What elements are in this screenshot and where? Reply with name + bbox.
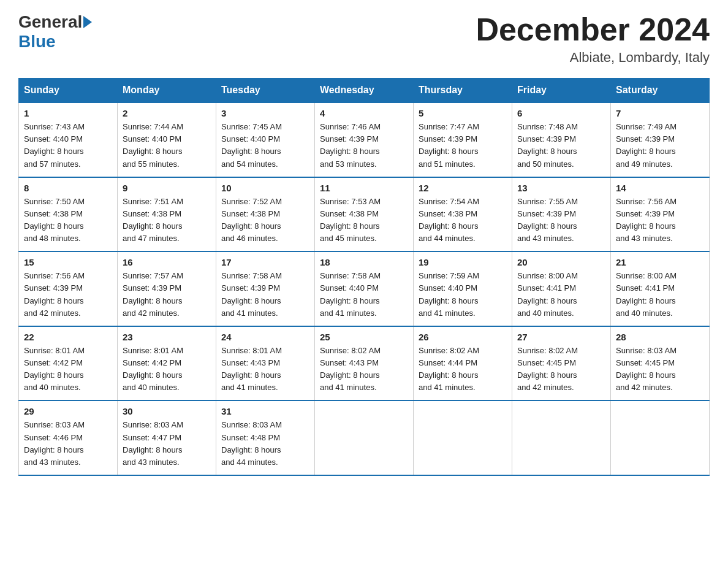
logo-arrow-icon <box>83 16 92 28</box>
weekday-header-wednesday: Wednesday <box>315 79 414 103</box>
calendar-cell: 14Sunrise: 7:56 AMSunset: 4:39 PMDayligh… <box>611 177 710 252</box>
calendar-cell: 10Sunrise: 7:52 AMSunset: 4:38 PMDayligh… <box>216 177 315 252</box>
day-number: 29 <box>24 406 112 416</box>
calendar-cell <box>315 400 414 475</box>
day-info: Sunrise: 8:03 AMSunset: 4:45 PMDaylight:… <box>616 345 704 394</box>
day-number: 21 <box>616 257 704 267</box>
weekday-header-sunday: Sunday <box>19 79 118 103</box>
day-number: 22 <box>24 332 112 342</box>
calendar-cell: 13Sunrise: 7:55 AMSunset: 4:39 PMDayligh… <box>512 177 611 252</box>
day-info: Sunrise: 7:56 AMSunset: 4:39 PMDaylight:… <box>24 270 112 320</box>
day-number: 27 <box>517 332 605 342</box>
day-number: 26 <box>419 332 507 342</box>
day-info: Sunrise: 7:56 AMSunset: 4:39 PMDaylight:… <box>616 196 704 245</box>
day-info: Sunrise: 7:51 AMSunset: 4:38 PMDaylight:… <box>123 196 211 245</box>
weekday-header-saturday: Saturday <box>611 79 710 103</box>
day-number: 8 <box>24 183 112 193</box>
weekday-header-friday: Friday <box>512 79 611 103</box>
day-info: Sunrise: 8:01 AMSunset: 4:43 PMDaylight:… <box>221 345 309 394</box>
day-number: 23 <box>123 332 211 342</box>
day-number: 30 <box>123 406 211 416</box>
calendar-cell: 7Sunrise: 7:49 AMSunset: 4:39 PMDaylight… <box>611 102 710 177</box>
day-info: Sunrise: 8:02 AMSunset: 4:44 PMDaylight:… <box>419 345 507 394</box>
calendar-table: SundayMondayTuesdayWednesdayThursdayFrid… <box>18 78 710 476</box>
day-info: Sunrise: 7:43 AMSunset: 4:40 PMDaylight:… <box>24 121 112 170</box>
calendar-cell: 12Sunrise: 7:54 AMSunset: 4:38 PMDayligh… <box>414 177 512 252</box>
calendar-cell: 18Sunrise: 7:58 AMSunset: 4:40 PMDayligh… <box>315 251 414 326</box>
day-number: 5 <box>419 108 507 118</box>
location-label: Albiate, Lombardy, Italy <box>476 50 710 66</box>
month-title: December 2024 <box>476 12 710 47</box>
calendar-cell <box>611 400 710 475</box>
logo-general-text: General <box>18 12 82 32</box>
calendar-cell: 21Sunrise: 8:00 AMSunset: 4:41 PMDayligh… <box>611 251 710 326</box>
weekday-header-thursday: Thursday <box>414 79 512 103</box>
day-number: 3 <box>221 108 309 118</box>
page-header: General Blue December 2024 Albiate, Lomb… <box>18 12 710 66</box>
calendar-week-row: 15Sunrise: 7:56 AMSunset: 4:39 PMDayligh… <box>19 251 710 326</box>
day-number: 7 <box>616 108 704 118</box>
day-number: 20 <box>517 257 605 267</box>
day-number: 16 <box>123 257 211 267</box>
day-info: Sunrise: 7:46 AMSunset: 4:39 PMDaylight:… <box>320 121 408 170</box>
day-number: 4 <box>320 108 408 118</box>
day-info: Sunrise: 7:47 AMSunset: 4:39 PMDaylight:… <box>419 121 507 170</box>
day-number: 24 <box>221 332 309 342</box>
day-info: Sunrise: 7:54 AMSunset: 4:38 PMDaylight:… <box>419 196 507 245</box>
day-info: Sunrise: 8:03 AMSunset: 4:47 PMDaylight:… <box>123 419 211 469</box>
day-info: Sunrise: 8:00 AMSunset: 4:41 PMDaylight:… <box>517 270 605 320</box>
day-number: 17 <box>221 257 309 267</box>
day-info: Sunrise: 8:03 AMSunset: 4:46 PMDaylight:… <box>24 419 112 469</box>
day-info: Sunrise: 7:50 AMSunset: 4:38 PMDaylight:… <box>24 196 112 245</box>
calendar-cell: 22Sunrise: 8:01 AMSunset: 4:42 PMDayligh… <box>19 326 118 401</box>
day-number: 28 <box>616 332 704 342</box>
day-info: Sunrise: 7:58 AMSunset: 4:40 PMDaylight:… <box>320 270 408 320</box>
calendar-cell: 5Sunrise: 7:47 AMSunset: 4:39 PMDaylight… <box>414 102 512 177</box>
day-info: Sunrise: 8:00 AMSunset: 4:41 PMDaylight:… <box>616 270 704 320</box>
calendar-cell: 29Sunrise: 8:03 AMSunset: 4:46 PMDayligh… <box>19 400 118 475</box>
day-number: 9 <box>123 183 211 193</box>
day-number: 12 <box>419 183 507 193</box>
logo-blue-text: Blue <box>18 32 56 52</box>
day-number: 11 <box>320 183 408 193</box>
weekday-header-tuesday: Tuesday <box>216 79 315 103</box>
calendar-header-row: SundayMondayTuesdayWednesdayThursdayFrid… <box>19 79 710 103</box>
day-info: Sunrise: 7:48 AMSunset: 4:39 PMDaylight:… <box>517 121 605 170</box>
day-number: 18 <box>320 257 408 267</box>
day-number: 2 <box>123 108 211 118</box>
weekday-header-monday: Monday <box>118 79 216 103</box>
day-info: Sunrise: 7:44 AMSunset: 4:40 PMDaylight:… <box>123 121 211 170</box>
calendar-cell: 26Sunrise: 8:02 AMSunset: 4:44 PMDayligh… <box>414 326 512 401</box>
calendar-cell: 28Sunrise: 8:03 AMSunset: 4:45 PMDayligh… <box>611 326 710 401</box>
day-number: 25 <box>320 332 408 342</box>
calendar-cell: 2Sunrise: 7:44 AMSunset: 4:40 PMDaylight… <box>118 102 216 177</box>
day-info: Sunrise: 8:02 AMSunset: 4:45 PMDaylight:… <box>517 345 605 394</box>
calendar-cell: 15Sunrise: 7:56 AMSunset: 4:39 PMDayligh… <box>19 251 118 326</box>
calendar-cell <box>414 400 512 475</box>
calendar-cell: 31Sunrise: 8:03 AMSunset: 4:48 PMDayligh… <box>216 400 315 475</box>
calendar-week-row: 22Sunrise: 8:01 AMSunset: 4:42 PMDayligh… <box>19 326 710 401</box>
day-number: 6 <box>517 108 605 118</box>
logo: General Blue <box>18 12 93 52</box>
day-info: Sunrise: 7:49 AMSunset: 4:39 PMDaylight:… <box>616 121 704 170</box>
day-number: 19 <box>419 257 507 267</box>
day-number: 10 <box>221 183 309 193</box>
day-number: 31 <box>221 406 309 416</box>
calendar-week-row: 1Sunrise: 7:43 AMSunset: 4:40 PMDaylight… <box>19 102 710 177</box>
day-info: Sunrise: 8:02 AMSunset: 4:43 PMDaylight:… <box>320 345 408 394</box>
day-info: Sunrise: 7:55 AMSunset: 4:39 PMDaylight:… <box>517 196 605 245</box>
calendar-cell: 20Sunrise: 8:00 AMSunset: 4:41 PMDayligh… <box>512 251 611 326</box>
day-info: Sunrise: 7:52 AMSunset: 4:38 PMDaylight:… <box>221 196 309 245</box>
day-info: Sunrise: 8:01 AMSunset: 4:42 PMDaylight:… <box>24 345 112 394</box>
day-info: Sunrise: 7:53 AMSunset: 4:38 PMDaylight:… <box>320 196 408 245</box>
calendar-cell: 16Sunrise: 7:57 AMSunset: 4:39 PMDayligh… <box>118 251 216 326</box>
calendar-cell: 4Sunrise: 7:46 AMSunset: 4:39 PMDaylight… <box>315 102 414 177</box>
calendar-cell <box>512 400 611 475</box>
calendar-cell: 27Sunrise: 8:02 AMSunset: 4:45 PMDayligh… <box>512 326 611 401</box>
calendar-cell: 11Sunrise: 7:53 AMSunset: 4:38 PMDayligh… <box>315 177 414 252</box>
calendar-cell: 19Sunrise: 7:59 AMSunset: 4:40 PMDayligh… <box>414 251 512 326</box>
day-number: 15 <box>24 257 112 267</box>
calendar-cell: 3Sunrise: 7:45 AMSunset: 4:40 PMDaylight… <box>216 102 315 177</box>
calendar-cell: 17Sunrise: 7:58 AMSunset: 4:39 PMDayligh… <box>216 251 315 326</box>
day-info: Sunrise: 7:57 AMSunset: 4:39 PMDaylight:… <box>123 270 211 320</box>
